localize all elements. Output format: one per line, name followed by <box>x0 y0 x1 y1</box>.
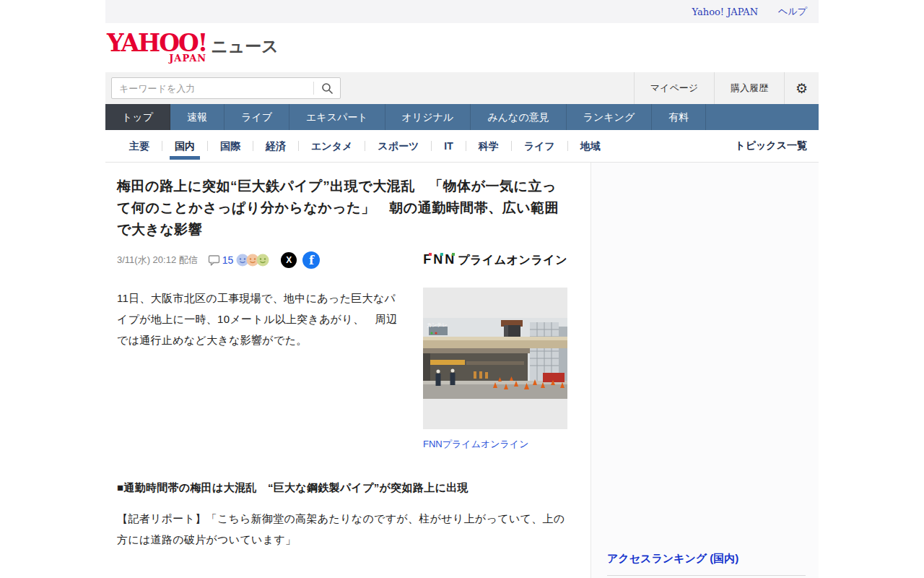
share-buttons: X f <box>281 251 320 269</box>
fnn-letter-n1: N <box>433 252 445 267</box>
mypage-button[interactable]: マイページ <box>634 72 714 104</box>
section-heading: ■通勤時間帯の梅田は大混乱 “巨大な鋼鉄製パイプ”が突如路上に出現 <box>117 481 567 495</box>
yahoo-logo-mark: YAHOO! JAPAN <box>107 33 206 64</box>
fnn-teal-accent <box>440 253 443 256</box>
category-world[interactable]: 国際 <box>208 130 253 163</box>
news-photo-illustration: カンテレ <box>423 318 567 399</box>
nav-tab-ranking[interactable]: ランキング <box>567 104 653 130</box>
fnn-logo: F N N <box>423 252 456 267</box>
share-facebook-button[interactable]: f <box>302 251 320 269</box>
category-main[interactable]: 主要 <box>117 130 162 163</box>
article-meta: 3/11(水) 20:12 配信 15 <box>117 251 567 269</box>
share-x-button[interactable]: X <box>281 252 297 268</box>
yahoo-news-logo[interactable]: YAHOO! JAPAN ニュース <box>107 33 279 64</box>
category-local[interactable]: 地域 <box>568 130 613 163</box>
nav-tab-sokuhou[interactable]: 速報 <box>170 104 225 130</box>
article: 梅田の路上に突如“巨大鉄パイプ”出現で大混乱 「物体が一気に立って何のことかさっ… <box>105 163 590 578</box>
nav-tab-live[interactable]: ライブ <box>225 104 289 130</box>
article-title: 梅田の路上に突如“巨大鉄パイプ”出現で大混乱 「物体が一気に立って何のことかさっ… <box>117 176 567 241</box>
fnn-logo-text: プライムオンライン <box>458 253 567 268</box>
category-it[interactable]: IT <box>432 130 465 163</box>
purchase-history-button[interactable]: 購入履歴 <box>714 72 784 104</box>
facebook-icon: f <box>309 254 314 267</box>
fnn-letter-f: F <box>423 252 433 267</box>
category-domestic[interactable]: 国内 <box>162 130 207 163</box>
fnn-green-accent <box>452 253 455 256</box>
site-header: YAHOO! JAPAN ニュース <box>105 23 819 72</box>
main-area: 梅田の路上に突如“巨大鉄パイプ”出現で大混乱 「物体が一気に立って何のことかさっ… <box>105 163 819 578</box>
settings-button[interactable]: ⚙ <box>784 72 819 104</box>
category-economy[interactable]: 経済 <box>253 130 298 163</box>
category-nav: 主要 国内 国際 経済 エンタメ スポーツ IT 科学 ライフ 地域 トピックス… <box>105 130 819 163</box>
category-sports[interactable]: スポーツ <box>365 130 431 163</box>
figure-column: カンテレ FNNプライムオンライン <box>423 288 567 451</box>
fnn-red-accent <box>429 253 432 256</box>
search-row: マイページ 購入履歴 ⚙ <box>105 72 819 104</box>
category-entertainment[interactable]: エンタメ <box>299 130 365 163</box>
lead-paragraph: 11日、大阪市北区の工事現場で、地中にあった巨大なパイプが地上に一時、10メート… <box>117 288 406 350</box>
category-science[interactable]: 科学 <box>466 130 511 163</box>
yahoo-japan-link[interactable]: Yahoo! JAPAN <box>692 7 758 17</box>
main-nav: トップ 速報 ライブ エキスパート オリジナル みんなの意見 ランキング 有料 <box>105 104 819 130</box>
nav-tab-expert[interactable]: エキスパート <box>289 104 385 130</box>
x-icon: X <box>286 255 292 265</box>
nav-tab-top[interactable]: トップ <box>105 104 170 130</box>
photo-watermark: カンテレ <box>427 322 448 327</box>
article-paragraph: 【記者リポート】「こちら新御堂の高架あたりなのですが、柱がせり上がっていて、上の… <box>117 508 567 550</box>
reaction-green-face-icon <box>256 254 269 267</box>
topics-list-link[interactable]: トピックス一覧 <box>735 139 807 152</box>
search-box <box>111 77 341 99</box>
comment-count-button[interactable]: 15 <box>208 254 234 266</box>
nav-tab-opinions[interactable]: みんなの意見 <box>471 104 566 130</box>
article-body-top: 11日、大阪市北区の工事現場で、地中にあった巨大なパイプが地上に一時、10メート… <box>117 288 567 451</box>
right-sidebar: アクセスランキング (国内) <box>590 163 819 578</box>
publisher-logo-link[interactable]: F N N プライムオンライン <box>423 252 567 268</box>
gear-icon: ⚙ <box>796 80 808 97</box>
service-name-label: ニュース <box>211 35 279 58</box>
comment-count: 15 <box>222 254 234 266</box>
access-ranking-header: アクセスランキング (国内) <box>607 552 806 576</box>
reaction-emojis[interactable] <box>239 254 269 267</box>
nav-tab-original[interactable]: オリジナル <box>385 104 471 130</box>
help-link[interactable]: ヘルプ <box>778 5 807 18</box>
page-container: Yahoo! JAPAN ヘルプ YAHOO! JAPAN ニュース マイページ <box>105 0 819 578</box>
spacer <box>341 72 634 104</box>
fnn-letter-n2: N <box>445 252 456 267</box>
top-bar: Yahoo! JAPAN ヘルプ <box>105 0 819 23</box>
category-life[interactable]: ライフ <box>512 130 567 163</box>
publish-date: 3/11(水) 20:12 配信 <box>117 254 198 267</box>
nav-tab-paid[interactable]: 有料 <box>652 104 706 130</box>
photo-caption-link[interactable]: FNNプライムオンライン <box>423 438 567 451</box>
article-photo[interactable]: カンテレ <box>423 288 567 429</box>
lead-column: 11日、大阪市北区の工事現場で、地中にあった巨大なパイプが地上に一時、10メート… <box>117 288 423 451</box>
access-ranking-link[interactable]: アクセスランキング (国内) <box>607 552 738 564</box>
search-button[interactable] <box>314 82 340 95</box>
search-icon <box>321 82 334 95</box>
search-input[interactable] <box>112 83 313 94</box>
yahoo-logo-text: YAHOO! <box>107 32 206 54</box>
comment-bubble-icon <box>208 254 220 266</box>
